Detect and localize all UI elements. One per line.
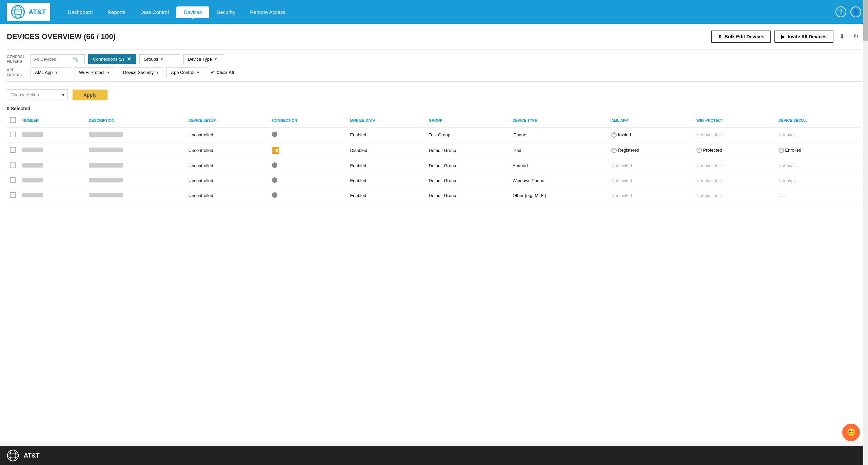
nav-data-control[interactable]: Data Control <box>133 6 176 18</box>
dot-connection-icon <box>272 132 277 137</box>
wifi-connection-icon: 📶 <box>272 147 279 154</box>
col-header-mobile-data: MOBILE DATA <box>347 114 425 127</box>
nav-devices[interactable]: Devices <box>176 6 209 18</box>
col-header-aml-app: AML APP <box>608 114 693 127</box>
col-header-wifi-protect: WIFI PROTECT <box>693 114 775 127</box>
wifi-protect-dropdown[interactable]: Wi-Fi Protect ▾ <box>75 67 115 77</box>
device-type-label: Device Type <box>188 57 212 62</box>
bulk-edit-button[interactable]: ⬆ Bulk Edit Devices <box>711 31 771 43</box>
checkmark-icon: ✔ <box>211 70 214 75</box>
dot-connection-icon <box>272 162 277 168</box>
cell-description <box>85 158 185 173</box>
search-input-wrapper[interactable]: 🔍 <box>31 54 85 64</box>
cell-aml-app: Not invited <box>608 173 693 188</box>
row-checkbox[interactable] <box>10 177 16 183</box>
col-header-number: NUMBER <box>19 114 85 127</box>
device-security-dropdown[interactable]: Device Security ▾ <box>119 67 163 77</box>
clear-all-button[interactable]: ✔ Clear All <box>211 70 234 75</box>
choose-action-select[interactable]: Choose Action <box>7 89 68 100</box>
cell-number <box>19 173 85 188</box>
cell-group: Default Group <box>425 188 509 203</box>
blurred-number <box>22 163 43 168</box>
col-header-group: GROUP <box>425 114 509 127</box>
cell-aml-app: ? Invited <box>608 127 693 142</box>
action-bar: Choose Action Apply <box>7 87 861 102</box>
refresh-button[interactable]: ↻ <box>851 32 861 42</box>
cell-aml-app: ? Registered <box>608 142 693 158</box>
scrollbar-thumb[interactable] <box>863 0 868 41</box>
row-checkbox[interactable] <box>10 132 16 137</box>
device-security-chevron-down-icon: ▾ <box>156 70 159 75</box>
nav-security[interactable]: Security <box>209 6 242 18</box>
cell-mobile-data: Disabled <box>347 142 425 158</box>
chat-icon: 😊 <box>847 428 856 437</box>
aml-app-chevron-down-icon: ▾ <box>55 70 58 75</box>
cell-number <box>19 127 85 142</box>
table-row: UncontrolledEnabledDefault GroupOther (e… <box>7 188 861 203</box>
table-row: Uncontrolled📶DisabledDefault GroupiPad? … <box>7 142 861 158</box>
col-header-device-secu: DEVICE SECU... <box>775 114 861 127</box>
cell-group: Default Group <box>425 158 509 173</box>
aml-status-icon: ? <box>611 148 617 153</box>
general-filters-row: GENERAL FILTERS 🔍 Connections (2) ✕ Grou… <box>7 54 861 64</box>
connections-tag-close[interactable]: ✕ <box>127 56 131 62</box>
row-checkbox[interactable] <box>10 192 16 198</box>
help-button[interactable]: ? <box>835 6 846 17</box>
row-checkbox[interactable] <box>10 147 16 153</box>
app-control-dropdown[interactable]: App Control ▾ <box>166 67 207 77</box>
nav-dashboard[interactable]: Dashboard <box>60 6 100 18</box>
search-input[interactable] <box>34 57 72 62</box>
page-header: DEVICES OVERVIEW (66 / 100) ⬆ Bulk Edit … <box>7 31 861 43</box>
selected-count: 0 Selected <box>7 106 861 111</box>
send-icon: ▶ <box>781 34 785 39</box>
cell-aml-app: Not invited <box>608 188 693 203</box>
select-all-checkbox[interactable] <box>10 117 16 123</box>
cell-number <box>19 142 85 158</box>
user-button[interactable]: 👤 <box>850 6 861 17</box>
connections-filter-tag[interactable]: Connections (2) ✕ <box>88 54 136 64</box>
nav-icons: ? 👤 <box>835 6 861 17</box>
nav-reports[interactable]: Reports <box>100 6 133 18</box>
cell-wifi-protect: Not available <box>693 158 775 173</box>
cell-device-security: Not avai... <box>775 127 861 142</box>
dot-connection-icon <box>272 192 277 198</box>
page-title: DEVICES OVERVIEW (66 / 100) <box>7 32 116 41</box>
cell-connection: 📶 <box>269 142 347 158</box>
cell-wifi-protect: ? Protected <box>693 142 775 158</box>
cell-wifi-protect: Not available <box>693 127 775 142</box>
cell-connection <box>269 188 347 203</box>
aml-app-dropdown[interactable]: AML App ▾ <box>31 67 71 77</box>
apply-button[interactable]: Apply <box>73 90 107 100</box>
chat-widget[interactable]: 😊 <box>842 424 860 441</box>
download-button[interactable]: ⬇ <box>837 32 847 42</box>
clear-all-label: Clear All <box>216 70 234 75</box>
cell-group: Test Group <box>425 127 509 142</box>
nav-remote-access[interactable]: Remote Access <box>243 6 293 18</box>
cell-device-type: Other (e.g. Mi-Fi) <box>509 188 608 203</box>
device-type-dropdown[interactable]: Device Type ▾ <box>183 54 224 64</box>
cell-device-security: N... <box>775 188 861 203</box>
invite-all-button[interactable]: ▶ Invite All Devices <box>774 31 833 43</box>
cell-mobile-data: Enabled <box>347 173 425 188</box>
cell-connection <box>269 173 347 188</box>
row-checkbox[interactable] <box>10 162 16 168</box>
cell-description <box>85 142 185 158</box>
cell-device-setup: Uncontrolled <box>185 173 269 188</box>
blurred-description <box>89 163 123 168</box>
table-body: UncontrolledEnabledTest GroupiPhone? Inv… <box>7 127 861 203</box>
cell-group: Default Group <box>425 173 509 188</box>
app-filters-row: APP FILTERS AML App ▾ Wi-Fi Protect ▾ De… <box>7 67 861 77</box>
cell-aml-app: Not invited <box>608 158 693 173</box>
col-header-connection: CONNECTION <box>269 114 347 127</box>
top-nav: AT&T Dashboard Reports Data Control Devi… <box>0 0 868 24</box>
app-control-label: App Control <box>171 70 194 75</box>
blurred-number <box>22 193 43 197</box>
blurred-number <box>22 148 43 152</box>
scrollbar-track[interactable] <box>863 0 868 441</box>
aml-app-label: AML App <box>35 70 53 75</box>
devices-table: NUMBER DESCRIPTION DEVICE SETUP CONNECTI… <box>7 114 861 203</box>
filters-section: GENERAL FILTERS 🔍 Connections (2) ✕ Grou… <box>7 50 861 82</box>
blurred-description <box>89 178 123 182</box>
groups-dropdown[interactable]: Groups ▾ <box>139 54 180 64</box>
device-security-status-icon: ? <box>778 148 784 153</box>
